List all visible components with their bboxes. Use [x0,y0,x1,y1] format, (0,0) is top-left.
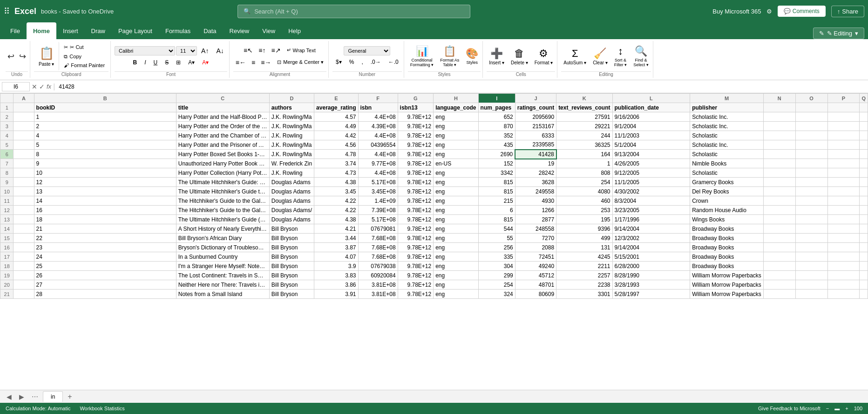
table-cell[interactable]: Scholastic Inc. [690,122,764,131]
table-cell[interactable] [860,140,868,150]
table-cell[interactable]: 9.78E+12 [398,224,434,234]
table-cell[interactable] [860,150,868,159]
table-cell[interactable]: 6 [478,206,515,215]
table-cell[interactable]: 9.78E+12 [398,290,434,299]
table-cell[interactable]: Harry Potter and the Prisoner of Azkaban… [176,140,269,150]
table-cell[interactable]: 254 [478,280,515,290]
table-cell[interactable]: Harry Potter Collection (Harry Potter #1… [176,168,269,178]
table-cell[interactable] [827,215,860,224]
table-cell[interactable]: Notes from a Small Island [176,290,269,299]
table-cell[interactable]: 11/1/2005 [612,178,690,187]
table-cell[interactable] [763,112,795,122]
table-cell[interactable]: 18 [34,215,176,224]
row-number[interactable]: 10 [0,187,14,196]
undo-button[interactable]: ↩ [6,49,16,63]
table-cell[interactable]: 41428 [515,150,556,159]
table-cell[interactable]: 299 [478,271,515,280]
table-cell[interactable]: Bryson's Dictionary of Troublesome Words… [176,243,269,252]
table-cell[interactable]: 870 [478,122,515,131]
number-format-select[interactable]: General [344,46,390,55]
table-cell[interactable]: 9.78E+12 [398,243,434,252]
table-cell[interactable]: In a Sunburned Country [176,252,269,262]
table-cell[interactable]: 4.4E+08 [358,150,398,159]
table-cell[interactable] [763,150,795,159]
table-cell[interactable] [827,290,860,299]
table-cell[interactable] [14,224,34,234]
table-cell[interactable]: 9.78E+12 [398,140,434,150]
table-cell[interactable]: 10 [34,168,176,178]
table-cell[interactable]: Wings Books [690,215,764,224]
table-cell[interactable]: 4.21 [314,224,358,234]
row-number[interactable]: 20 [0,280,14,290]
table-cell[interactable]: 24 [34,252,176,262]
table-cell[interactable]: 253 [556,206,612,215]
table-cell[interactable]: I'm a Stranger Here Myself: Notes on Ret… [176,262,269,271]
sort-filter-button[interactable]: ↕ Sort &Filter ▾ [612,44,630,69]
table-cell[interactable]: 9.78E+12 [398,187,434,196]
table-cell[interactable] [795,224,827,234]
table-cell[interactable] [860,206,868,215]
table-cell[interactable]: 9.78E+12 [398,131,434,140]
tab-pagelayout[interactable]: Page Layout [112,22,159,39]
table-cell[interactable] [763,196,795,206]
table-cell[interactable]: 3.81E+08 [358,290,398,299]
table-cell[interactable] [827,168,860,178]
table-cell[interactable]: 9.77E+08 [358,159,398,168]
table-cell[interactable] [14,280,34,290]
table-cell[interactable] [860,252,868,262]
table-cell[interactable]: Harry Potter Boxed Set Books 1-5 (Harry … [176,150,269,159]
table-cell[interactable]: Neither Here nor There: Travels in Europ… [176,280,269,290]
table-cell[interactable]: 4.78 [314,150,358,159]
clear-button[interactable]: 🧹 Clear ▾ [590,46,610,67]
table-cell[interactable] [860,290,868,299]
table-cell[interactable] [14,187,34,196]
format-button[interactable]: ⚙ Format ▾ [532,46,555,67]
table-cell[interactable]: 254 [556,178,612,187]
table-cell[interactable]: 3.45E+08 [358,187,398,196]
table-cell[interactable]: 2211 [556,262,612,271]
table-cell[interactable] [795,262,827,271]
table-cell[interactable]: Broadway Books [690,262,764,271]
table-cell[interactable] [827,224,860,234]
table-cell[interactable] [827,131,860,140]
table-cell[interactable]: isbn [358,103,398,112]
table-cell[interactable]: 26 [34,271,176,280]
align-top-left-button[interactable]: ≡↖ [241,45,255,55]
table-cell[interactable]: Scholastic Inc. [690,112,764,122]
table-cell[interactable] [860,224,868,234]
table-cell[interactable]: 36325 [556,140,612,150]
table-cell[interactable] [763,140,795,150]
table-cell[interactable]: 29221 [556,122,612,131]
font-family-select[interactable]: Calibri [115,46,175,55]
table-cell[interactable]: 9/16/2006 [612,112,690,122]
table-cell[interactable]: eng [434,196,478,206]
table-cell[interactable] [14,178,34,187]
table-cell[interactable]: 652 [478,112,515,122]
table-cell[interactable]: J.K. Rowling/Ma [269,112,314,122]
increase-font-button[interactable]: A↑ [198,46,212,56]
table-cell[interactable]: isbn13 [398,103,434,112]
table-cell[interactable]: 4/30/2002 [612,187,690,196]
col-header-k[interactable]: K [556,94,612,103]
table-cell[interactable]: Douglas Adams/ [269,206,314,215]
table-cell[interactable]: eng [434,168,478,178]
col-header-q[interactable]: Q [860,94,868,103]
table-cell[interactable]: eng [434,187,478,196]
table-cell[interactable]: 9.78E+12 [398,262,434,271]
table-cell[interactable] [827,271,860,280]
row-number[interactable]: 1 [0,103,14,112]
table-cell[interactable]: average_rating [314,103,358,112]
col-header-h[interactable]: H [434,94,478,103]
col-header-b[interactable]: B [34,94,176,103]
table-cell[interactable]: Bill Bryson [269,262,314,271]
table-cell[interactable] [860,196,868,206]
feedback-label[interactable]: Give Feedback to Microsoft [758,406,821,411]
table-cell[interactable] [860,103,868,112]
table-cell[interactable]: 460 [556,196,612,206]
search-box[interactable]: 🔍 [237,5,470,18]
decrease-font-button[interactable]: A↓ [213,46,227,56]
table-cell[interactable]: 8/28/1990 [612,271,690,280]
table-cell[interactable]: 335 [478,252,515,262]
table-cell[interactable]: title [176,103,269,112]
col-header-a[interactable]: A [14,94,34,103]
